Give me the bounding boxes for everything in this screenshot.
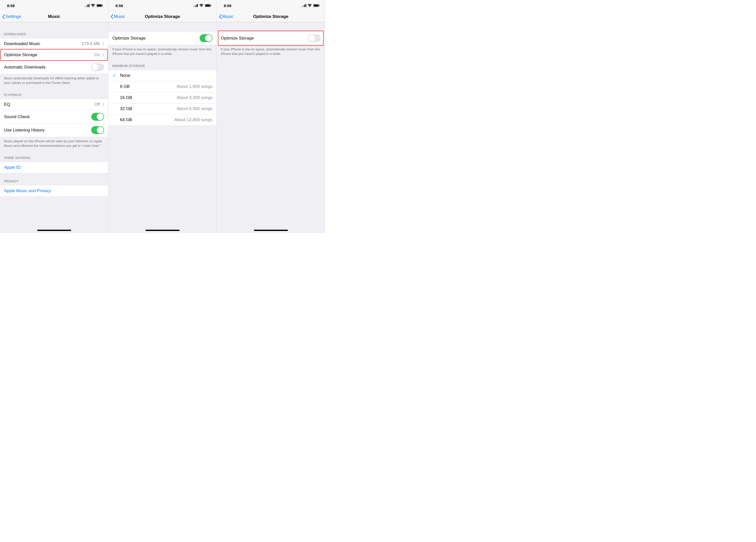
back-button[interactable]: Settings: [0, 14, 21, 19]
storage-option-detail: About 12,800 songs: [174, 117, 212, 122]
optimize-storage-toggle-row: Optimize Storage: [217, 32, 325, 45]
downloaded-music-label: Downloaded Music: [4, 41, 82, 46]
battery-icon: [313, 4, 320, 7]
automatic-downloads-label: Automatic Downloads: [4, 65, 91, 70]
optimize-note: If your iPhone is low on space, automati…: [108, 45, 216, 58]
chevron-right-icon: [102, 42, 104, 46]
storage-option-label: 32 GB: [120, 106, 177, 111]
back-button[interactable]: Music: [108, 14, 125, 19]
storage-option-row[interactable]: 8 GBAbout 1,600 songs: [108, 81, 216, 92]
svg-rect-7: [193, 6, 194, 7]
content: Optimize Storage If your iPhone is low o…: [108, 22, 216, 126]
svg-rect-14: [302, 6, 302, 7]
status-bar: 8:58: [0, 0, 108, 11]
status-icons: [85, 4, 103, 7]
optimize-storage-toggle-row: Optimize Storage: [108, 32, 216, 45]
optimize-storage-row[interactable]: Optimize Storage On: [0, 49, 108, 60]
wifi-icon: [91, 4, 95, 7]
chevron-left-icon: [110, 14, 113, 19]
status-icons: [193, 4, 211, 7]
status-icons: [302, 4, 320, 7]
sound-check-row: Sound Check: [0, 110, 108, 123]
eq-row[interactable]: EQ Off: [0, 99, 108, 110]
storage-option-row[interactable]: 32 GBAbout 6,400 songs: [108, 103, 216, 114]
status-time: 8:58: [7, 4, 15, 8]
minimum-storage-group: ✓None8 GBAbout 1,600 songs16 GBAbout 3,2…: [108, 70, 216, 126]
sound-check-toggle[interactable]: [91, 113, 104, 121]
svg-rect-17: [305, 4, 306, 7]
svg-rect-20: [319, 5, 320, 6]
downloads-group: Downloaded Music 279.8 MB Optimize Stora…: [0, 38, 108, 74]
optimize-storage-toggle-label: Optimize Storage: [221, 36, 308, 41]
content: DOWNLOADS Downloaded Music 279.8 MB Opti…: [0, 22, 108, 197]
home-indicator[interactable]: [254, 230, 288, 231]
optimize-storage-label: Optimize Storage: [4, 52, 94, 57]
listening-history-toggle[interactable]: [91, 126, 104, 134]
storage-option-label: 8 GB: [120, 84, 177, 89]
svg-rect-16: [304, 5, 305, 7]
screen-optimize-off: 8:58 Music Optimize Storage Optimize Sto…: [217, 0, 325, 233]
battery-icon: [97, 4, 103, 7]
screen-optimize-on: 8:58 Music Optimize Storage Optimize Sto…: [108, 0, 217, 233]
storage-option-detail: About 6,400 songs: [177, 106, 212, 111]
svg-rect-0: [85, 6, 86, 7]
eq-label: EQ: [4, 102, 95, 107]
apple-music-privacy-label: Apple Music and Privacy: [4, 189, 104, 194]
cellular-icon: [302, 4, 306, 7]
wifi-icon: [199, 4, 203, 7]
status-time: 8:58: [115, 4, 123, 8]
svg-rect-9: [196, 5, 197, 7]
chevron-right-icon: [102, 103, 104, 106]
automatic-downloads-row: Automatic Downloads: [0, 60, 108, 74]
back-label: Music: [114, 14, 125, 19]
wifi-icon: [308, 4, 312, 7]
svg-rect-2: [87, 5, 88, 7]
section-header-minimum-storage: MINIMUM STORAGE: [108, 58, 216, 70]
home-sharing-group: Apple ID:: [0, 162, 108, 173]
playback-note: Music played on this iPhone will be seen…: [0, 137, 108, 150]
svg-rect-6: [102, 5, 103, 6]
home-indicator[interactable]: [37, 230, 71, 231]
chevron-right-icon: [102, 53, 104, 57]
apple-id-label: Apple ID:: [4, 165, 104, 170]
svg-rect-1: [86, 5, 87, 7]
downloaded-music-row[interactable]: Downloaded Music 279.8 MB: [0, 38, 108, 49]
section-header-playback: PLAYBACK: [0, 87, 108, 99]
apple-music-privacy-row[interactable]: Apple Music and Privacy: [0, 185, 108, 197]
status-bar: 8:58: [217, 0, 325, 11]
optimize-note: If your iPhone is low on space, automati…: [217, 45, 325, 58]
storage-option-row[interactable]: 64 GBAbout 12,800 songs: [108, 114, 216, 126]
listening-history-label: Use Listening History: [4, 128, 91, 133]
svg-rect-3: [89, 4, 89, 7]
downloaded-music-value: 279.8 MB: [82, 41, 100, 46]
optimize-storage-toggle[interactable]: [200, 34, 212, 42]
eq-value: Off: [95, 102, 100, 107]
svg-rect-10: [197, 4, 198, 7]
back-label: Settings: [6, 14, 21, 19]
sound-check-label: Sound Check: [4, 114, 91, 119]
storage-option-row[interactable]: 16 GBAbout 3,200 songs: [108, 92, 216, 103]
check-icon: ✓: [112, 73, 120, 78]
cellular-icon: [85, 4, 89, 7]
section-header-home-sharing: HOME SHARING: [0, 150, 108, 162]
svg-rect-8: [195, 5, 195, 7]
storage-option-detail: About 3,200 songs: [177, 95, 212, 100]
apple-id-row[interactable]: Apple ID:: [0, 162, 108, 173]
storage-option-row[interactable]: ✓None: [108, 70, 216, 81]
listening-history-row: Use Listening History: [0, 123, 108, 137]
optimize-storage-value: On: [94, 52, 100, 57]
optimize-storage-toggle-label: Optimize Storage: [112, 36, 200, 41]
nav-bar: Music Optimize Storage: [108, 11, 216, 22]
chevron-left-icon: [219, 14, 222, 19]
battery-icon: [205, 4, 211, 7]
status-bar: 8:58: [108, 0, 216, 11]
svg-rect-19: [314, 5, 318, 7]
section-header-privacy: PRIVACY: [0, 173, 108, 185]
optimize-toggle-group: Optimize Storage: [108, 31, 216, 45]
automatic-downloads-toggle[interactable]: [91, 63, 104, 71]
optimize-storage-toggle[interactable]: [308, 34, 321, 42]
home-indicator[interactable]: [145, 230, 179, 231]
svg-rect-5: [97, 5, 102, 7]
back-button[interactable]: Music: [217, 14, 233, 19]
nav-bar: Music Optimize Storage: [217, 11, 325, 22]
